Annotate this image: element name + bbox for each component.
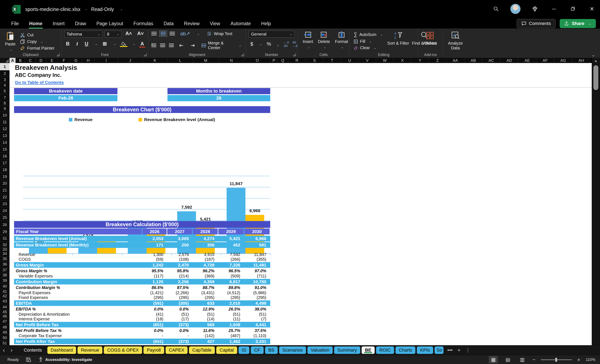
menu-tab-insert[interactable]: Insert: [49, 20, 68, 27]
fiscal-year-2029[interactable]: 2029: [218, 228, 244, 235]
breakeven-chart[interactable]: RevenueRevenue Breakeven level (Annual) …: [14, 114, 270, 218]
cell-value[interactable]: (51): [166, 312, 192, 317]
row-header-12[interactable]: 12: [0, 126, 9, 132]
cell-value[interactable]: (373): [166, 322, 192, 327]
cut-button[interactable]: Cut: [19, 32, 56, 38]
tab-scroll-left-button[interactable]: ‹: [0, 347, 8, 354]
fiscal-year-2027[interactable]: 2027: [167, 228, 192, 235]
row-header-5[interactable]: 5: [0, 88, 9, 94]
percent-style-button[interactable]: %: [265, 41, 273, 47]
cell-value[interactable]: 11,847: [243, 252, 269, 257]
clipboard-dialog-launcher[interactable]: [57, 53, 60, 56]
row-header-26[interactable]: 26: [0, 221, 9, 228]
row-header-33[interactable]: 33: [0, 248, 9, 251]
cell-value[interactable]: 3,331: [243, 339, 269, 344]
menu-tab-file[interactable]: File: [8, 20, 23, 27]
table-row-net-profit-before-tax-[interactable]: Net Profit Before Tax %0.0%0.0%11.6%25.7…: [14, 328, 270, 333]
table-row-cogs[interactable]: COGS(59)(108)(187)(266)(355): [14, 257, 270, 262]
macro-recording-icon[interactable]: [26, 357, 31, 362]
cell-value[interactable]: (266): [217, 257, 243, 262]
decrease-font-button[interactable]: A˅: [136, 31, 145, 38]
table-row-corporate-tax-expense[interactable]: Corporate Tax Expense--(142)(487)(1,110): [14, 333, 270, 338]
page-layout-view-button[interactable]: ▤: [503, 356, 512, 363]
table-row-revenue-breakeven-level-monthly-[interactable]: Revenue Breakeven level (Monthly)1712503…: [14, 242, 270, 248]
cell-value[interactable]: (59): [141, 257, 166, 262]
sheet-tab-payroll[interactable]: Payroll: [143, 346, 164, 354]
column-header-A[interactable]: A: [9, 58, 16, 63]
cell-value[interactable]: 171: [141, 243, 166, 247]
cell-value[interactable]: 2,053: [141, 236, 166, 241]
menu-tab-view[interactable]: View: [206, 20, 224, 27]
cell-value[interactable]: 37.5%: [243, 328, 269, 333]
cell-value[interactable]: 38.0%: [243, 307, 269, 311]
cell-value[interactable]: (295): [243, 295, 269, 300]
menu-tab-page-layout[interactable]: Page Layout: [93, 20, 127, 27]
cell-value[interactable]: 0.0%: [141, 307, 166, 311]
cell-value[interactable]: -: [141, 333, 166, 338]
fill-button[interactable]: Fill⌄: [353, 38, 384, 45]
cell-value[interactable]: 12.9%: [192, 307, 217, 311]
row-header-24[interactable]: 24: [0, 207, 9, 214]
row-header-13[interactable]: 13: [0, 132, 9, 139]
new-sheet-button[interactable]: +: [458, 347, 460, 353]
increase-indent-button[interactable]: ⇥: [189, 43, 197, 48]
table-row-revenue-breakeven-level-annual-[interactable]: Revenue Breakeven level (Annual)2,0533,0…: [14, 236, 270, 242]
row-header-7[interactable]: 7: [0, 94, 9, 101]
increase-font-button[interactable]: A˄: [124, 31, 133, 38]
cell-value[interactable]: (295): [217, 295, 243, 300]
analyze-data-button[interactable]: AnalyzeData: [446, 31, 465, 51]
column-header-AH[interactable]: AH: [572, 58, 591, 63]
breakeven-date-value[interactable]: Feb-28: [14, 95, 117, 101]
cell-value[interactable]: 250: [166, 243, 192, 247]
table-row-ebitda[interactable]: EBITDA(591)(305)6332,0104,499: [14, 300, 270, 306]
alignment-dialog-launcher[interactable]: [241, 53, 244, 56]
decrease-indent-button[interactable]: ⇤: [178, 43, 185, 48]
table-row-revenue[interactable]: Revenue1,3002,5794,9157,59211,847: [14, 252, 270, 257]
row-header-16[interactable]: 16: [0, 153, 9, 160]
table-row-gross-margin[interactable]: Gross Margin1,2422,4704,7287,32611,491: [14, 262, 270, 268]
cell-value[interactable]: 88.7%: [192, 285, 217, 290]
row-header-17[interactable]: 17: [0, 160, 9, 166]
sheet-tab-valuation[interactable]: Valuation: [308, 346, 333, 354]
row-header-50[interactable]: 50: [0, 335, 9, 341]
menu-tab-home[interactable]: Home: [25, 20, 46, 27]
column-header-W[interactable]: W: [376, 58, 394, 63]
column-header-D[interactable]: D: [36, 58, 46, 63]
cell-value[interactable]: 6,817: [217, 279, 243, 284]
row-header-4[interactable]: 4: [0, 83, 9, 88]
column-header-B[interactable]: B: [16, 58, 25, 63]
sheet-tab-capital[interactable]: Capital: [216, 346, 237, 354]
share-button[interactable]: Share ⌄: [560, 19, 596, 28]
row-header-18[interactable]: 18: [0, 166, 9, 173]
paste-button[interactable]: Paste⌄: [3, 31, 18, 53]
row-header-25[interactable]: 25: [0, 214, 9, 221]
sheet-tab-dashboard[interactable]: Dashboard: [47, 346, 76, 354]
italic-button[interactable]: I: [75, 41, 80, 47]
normal-view-button[interactable]: ▦: [489, 356, 498, 363]
cell-value[interactable]: 95.5%: [141, 269, 166, 273]
chevron-down-icon[interactable]: ⌄: [120, 8, 123, 11]
fiscal-year-2026[interactable]: 2026: [142, 228, 167, 235]
cell-value[interactable]: (373): [166, 339, 192, 344]
cell-value[interactable]: 96.2%: [192, 269, 217, 273]
menu-tab-help[interactable]: Help: [257, 20, 275, 27]
row-header-39[interactable]: 39: [0, 278, 9, 283]
column-header-AG[interactable]: AG: [554, 58, 572, 63]
cell-value[interactable]: (305): [166, 301, 192, 306]
column-header-S[interactable]: S: [306, 58, 323, 63]
number-format-select[interactable]: General⌄: [249, 31, 295, 38]
cell-value[interactable]: (51): [217, 312, 243, 317]
column-header-L[interactable]: L: [168, 58, 193, 63]
cell-value[interactable]: 7,326: [217, 263, 243, 268]
column-header-K[interactable]: K: [142, 58, 168, 63]
page-break-view-button[interactable]: ▥: [518, 356, 527, 363]
column-header-Y[interactable]: Y: [411, 58, 429, 63]
cell-value[interactable]: (651): [141, 339, 166, 344]
cell-value[interactable]: 0.0%: [166, 328, 192, 333]
row-header-49[interactable]: 49: [0, 330, 9, 335]
cell-value[interactable]: 7,592: [217, 252, 243, 257]
cell-value[interactable]: (11): [217, 317, 243, 321]
align-top-button[interactable]: [151, 32, 157, 36]
row-header-40[interactable]: 40: [0, 283, 9, 289]
table-row-ebitda-[interactable]: EBITDA %0.0%0.0%12.9%26.5%38.0%: [14, 306, 270, 312]
